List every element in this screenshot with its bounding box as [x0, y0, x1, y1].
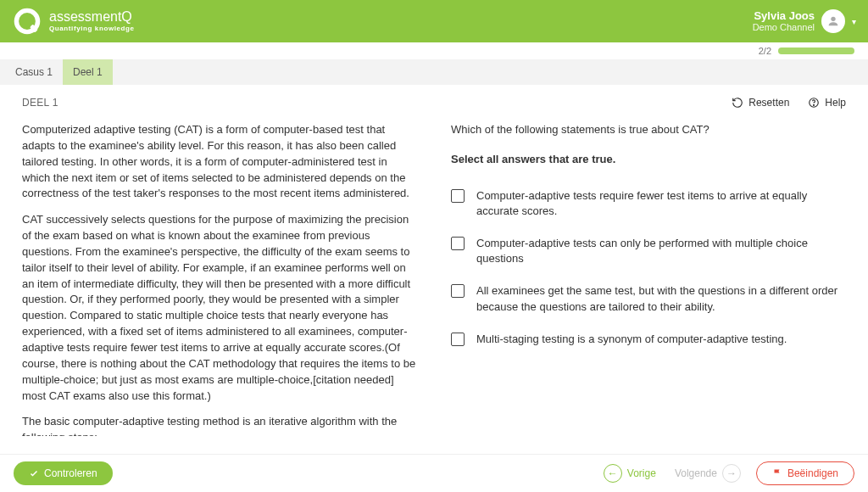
- option-text: Computer-adaptive tests require fewer te…: [476, 188, 846, 219]
- prev-label: Vorige: [627, 467, 656, 479]
- next-button[interactable]: Volgende →: [670, 461, 746, 486]
- svg-point-4: [814, 104, 815, 105]
- footer-bar: Controleren ← Vorige Volgende → Beëindig…: [0, 454, 868, 492]
- question-column: Which of the following statements is tru…: [451, 122, 846, 436]
- checkbox[interactable]: [451, 237, 465, 250]
- tab-deel-1[interactable]: Deel 1: [63, 59, 113, 85]
- question-instruction: Select all answers that are true.: [451, 152, 846, 168]
- checkbox[interactable]: [451, 284, 465, 298]
- brand: assessmentQ Quantifying knowledge: [12, 6, 135, 36]
- check-icon: [29, 468, 39, 478]
- option-row: Computer-adaptive tests require fewer te…: [451, 188, 846, 219]
- user-icon: [826, 14, 840, 28]
- help-icon: [808, 97, 820, 109]
- user-name: Sylvia Joos: [753, 10, 815, 22]
- next-label: Volgende: [675, 467, 717, 479]
- breadcrumb-tabs: Casus 1 Deel 1: [0, 59, 868, 85]
- option-text: Computer-adaptive tests can only be perf…: [476, 236, 846, 266]
- question-stem: Which of the following statements is tru…: [451, 122, 846, 138]
- option-row: All examinees get the same test, but wit…: [451, 283, 846, 314]
- help-label: Help: [825, 97, 846, 109]
- svg-point-2: [831, 17, 835, 21]
- arrow-left-icon: ←: [604, 464, 622, 483]
- brand-name: assessmentQ: [49, 10, 135, 24]
- end-button[interactable]: Beëindigen: [756, 461, 854, 485]
- checkbox[interactable]: [451, 333, 465, 346]
- progress-row: 2/2: [0, 42, 868, 59]
- passage-p2: CAT successively selects questions for t…: [22, 212, 417, 404]
- user-menu[interactable]: Sylvia Joos Demo Channel ▾: [753, 9, 856, 33]
- reset-label: Resetten: [748, 97, 789, 109]
- passage-column: Computerized adaptive testing (CAT) is a…: [22, 122, 417, 436]
- end-label: Beëindigen: [787, 467, 838, 479]
- option-text: Multi-staging testing is a synonym of co…: [476, 332, 787, 347]
- check-button[interactable]: Controleren: [14, 461, 113, 485]
- tab-casus-1[interactable]: Casus 1: [5, 59, 63, 85]
- reset-icon: [732, 97, 743, 109]
- option-row: Multi-staging testing is a synonym of co…: [451, 332, 846, 347]
- passage-p1: Computerized adaptive testing (CAT) is a…: [22, 122, 417, 202]
- logo-icon: [12, 6, 42, 36]
- brand-tagline: Quantifying knowledge: [49, 25, 135, 32]
- reset-button[interactable]: Resetten: [732, 97, 789, 109]
- progress-bar: [778, 48, 854, 54]
- option-text: All examinees get the same test, but wit…: [476, 283, 846, 314]
- check-label: Controleren: [44, 467, 97, 479]
- option-row: Computer-adaptive tests can only be perf…: [451, 236, 846, 266]
- arrow-right-icon: →: [722, 464, 741, 483]
- progress-label: 2/2: [759, 46, 771, 56]
- passage-p3: The basic computer-adaptive testing meth…: [22, 414, 417, 436]
- content-area: DEEL 1 Resetten Help Computerized adapti…: [0, 85, 868, 458]
- flag-icon: [772, 468, 782, 478]
- avatar: [821, 9, 845, 33]
- help-button[interactable]: Help: [808, 97, 846, 109]
- prev-button[interactable]: ← Vorige: [598, 461, 661, 486]
- user-channel: Demo Channel: [753, 22, 815, 32]
- section-title: DEEL 1: [22, 97, 58, 109]
- checkbox[interactable]: [451, 189, 465, 203]
- app-header: assessmentQ Quantifying knowledge Sylvia…: [0, 0, 868, 42]
- chevron-down-icon: ▾: [852, 17, 856, 26]
